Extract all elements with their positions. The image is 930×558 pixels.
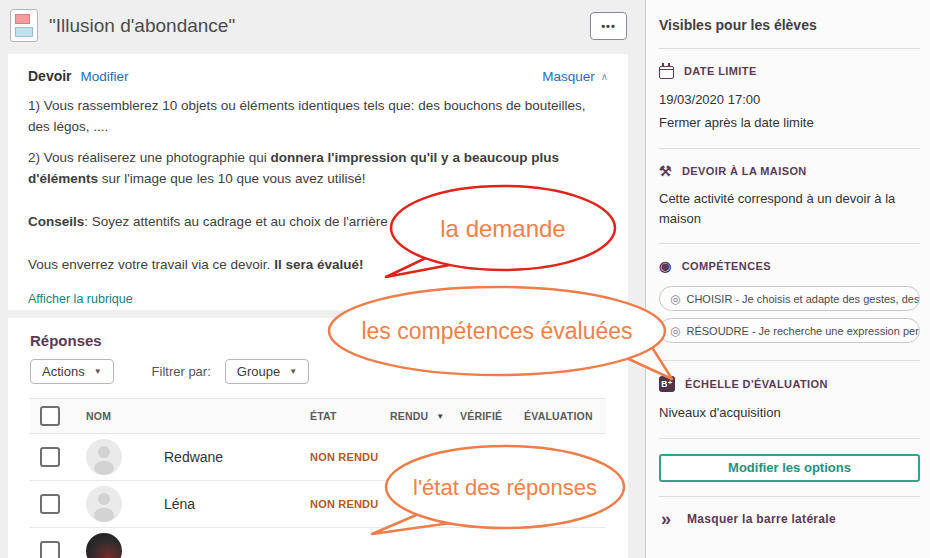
assignment-page: "Illusion d'abondance" ••• Devoir Modifi… <box>0 0 930 558</box>
scale-value: Niveaux d'acquisition <box>659 403 920 423</box>
modify-link[interactable]: Modifier <box>81 69 129 84</box>
table-row-partial <box>30 528 606 558</box>
table-row: Léna NON RENDU <box>30 481 606 528</box>
deadline-date: 19/03/2020 17:00 <box>659 90 920 110</box>
table-row: Redwane NON RENDU <box>30 434 606 481</box>
deadline-label: DATE LIMITE <box>684 65 757 77</box>
row-checkbox[interactable] <box>40 494 60 514</box>
assignment-icon <box>10 9 38 42</box>
dropdown-arrow-icon: ▼ <box>289 367 297 376</box>
column-header-verifie: VÉRIFIÉ <box>460 410 524 422</box>
responses-card: Réponses Actions ▼ Filtrer par: Groupe ▼… <box>8 318 628 558</box>
rendu-label: RENDU <box>390 410 428 422</box>
group-filter-dropdown[interactable]: Groupe ▼ <box>225 359 309 384</box>
competence-chip-label: CHOISIR - Je choisis et adapte des geste… <box>686 293 920 305</box>
sidebar: Visibles pour les élèves DATE LIMITE 19/… <box>645 0 930 558</box>
p2-text: 2) Vous réaliserez une photographie qui <box>28 150 270 165</box>
options-section: Modifier les options <box>659 439 920 497</box>
competence-chip-label: RÉSOUDRE - Je recherche une expression p… <box>686 325 920 337</box>
homework-label: DEVOIR À LA MAISON <box>682 165 807 177</box>
hide-link[interactable]: Masquer ∧ <box>542 69 608 84</box>
responses-table: NOM ÉTAT RENDU ▼ VÉRIFIÉ ÉVALUATION Redw… <box>30 398 606 558</box>
select-all-checkbox[interactable] <box>40 406 60 426</box>
show-rubric-link[interactable]: Afficher la rubrique <box>28 292 133 306</box>
row-checkbox[interactable] <box>40 541 60 558</box>
competence-chip[interactable]: ◎ RÉSOUDRE - Je recherche une expression… <box>659 318 920 343</box>
sidebar-title: Visibles pour les élèves <box>659 0 920 48</box>
advice-label: Conseils <box>28 214 84 229</box>
target-chip-icon: ◎ <box>670 292 680 306</box>
avatar <box>86 533 122 558</box>
assignment-card: Devoir Modifier Masquer ∧ 1) Vous rassem… <box>8 54 628 310</box>
competences-label: COMPÉTENCES <box>682 260 771 272</box>
sort-arrow-icon: ▼ <box>436 412 444 421</box>
table-header-row: NOM ÉTAT RENDU ▼ VÉRIFIÉ ÉVALUATION <box>30 398 606 434</box>
student-name: Léna <box>164 496 195 512</box>
collapse-sidebar-button[interactable]: » Masquer la barre latérale <box>659 497 920 528</box>
instruction-paragraph-2: 2) Vous réaliserez une photographie qui … <box>28 148 608 190</box>
responses-controls: Actions ▼ Filtrer par: Groupe ▼ <box>30 359 606 384</box>
submission-status: NON RENDU <box>310 498 390 510</box>
instruction-paragraph-1: 1) Vous rassemblerez 10 objets ou élémen… <box>28 96 608 138</box>
column-header-nom: NOM <box>86 410 310 422</box>
submit-paragraph: Vous enverrez votre travail via ce devoi… <box>28 255 608 276</box>
target-chip-icon: ◎ <box>670 324 680 338</box>
p2-text-end: sur l'image que les 10 que vous avez uti… <box>98 171 365 186</box>
deadline-section: DATE LIMITE 19/03/2020 17:00 Fermer aprè… <box>659 49 920 149</box>
actions-dropdown[interactable]: Actions ▼ <box>30 359 114 384</box>
page-title: "Illusion d'abondance" <box>49 15 235 37</box>
evaluation-scale-icon: B⁺ <box>659 376 675 392</box>
homework-icon: ⚒ <box>659 164 672 178</box>
modify-options-button[interactable]: Modifier les options <box>659 454 920 482</box>
scale-section: B⁺ ÉCHELLE D'ÉVALUATION Niveaux d'acquis… <box>659 361 920 439</box>
avatar <box>86 439 122 475</box>
competence-chip[interactable]: ◎ CHOISIR - Je choisis et adapte des ges… <box>659 286 920 311</box>
target-icon: ◉ <box>659 259 672 273</box>
collapse-section: » Masquer la barre latérale <box>659 497 920 528</box>
group-filter-value: Groupe <box>237 364 280 379</box>
submit-bold-text: Il sera évalué! <box>274 257 363 272</box>
advice-paragraph: Conseils: Soyez attentifs au cadrage et … <box>28 212 608 233</box>
chevron-up-icon: ∧ <box>601 71 608 82</box>
homework-text: Cette activité correspond à un devoir à … <box>659 189 909 228</box>
page-header: "Illusion d'abondance" <box>10 9 235 42</box>
avatar <box>86 486 122 522</box>
column-header-rendu[interactable]: RENDU ▼ <box>390 410 460 422</box>
column-header-etat: ÉTAT <box>310 410 390 422</box>
competences-section: ◉ COMPÉTENCES ◎ CHOISIR - Je choisis et … <box>659 244 920 361</box>
row-checkbox[interactable] <box>40 447 60 467</box>
scale-label: ÉCHELLE D'ÉVALUATION <box>685 378 828 390</box>
homework-section: ⚒ DEVOIR À LA MAISON Cette activité corr… <box>659 149 920 244</box>
filter-label: Filtrer par: <box>152 364 211 379</box>
dropdown-arrow-icon: ▼ <box>94 367 102 376</box>
submit-text: Vous enverrez votre travail via ce devoi… <box>28 257 274 272</box>
student-name: Redwane <box>164 449 223 465</box>
double-chevron-right-icon: » <box>661 510 671 528</box>
hide-link-label: Masquer <box>542 69 595 84</box>
actions-dropdown-label: Actions <box>42 364 85 379</box>
more-options-button[interactable]: ••• <box>590 12 627 40</box>
column-header-evaluation: ÉVALUATION <box>524 410 606 422</box>
responses-heading: Réponses <box>30 332 606 349</box>
collapse-sidebar-label: Masquer la barre latérale <box>687 512 836 526</box>
deadline-note: Fermer après la date limite <box>659 113 920 133</box>
advice-text: : Soyez attentifs au cadrage et au choix… <box>84 214 421 229</box>
submission-status: NON RENDU <box>310 451 390 463</box>
devoir-heading: Devoir <box>28 68 72 84</box>
calendar-icon <box>659 66 674 79</box>
